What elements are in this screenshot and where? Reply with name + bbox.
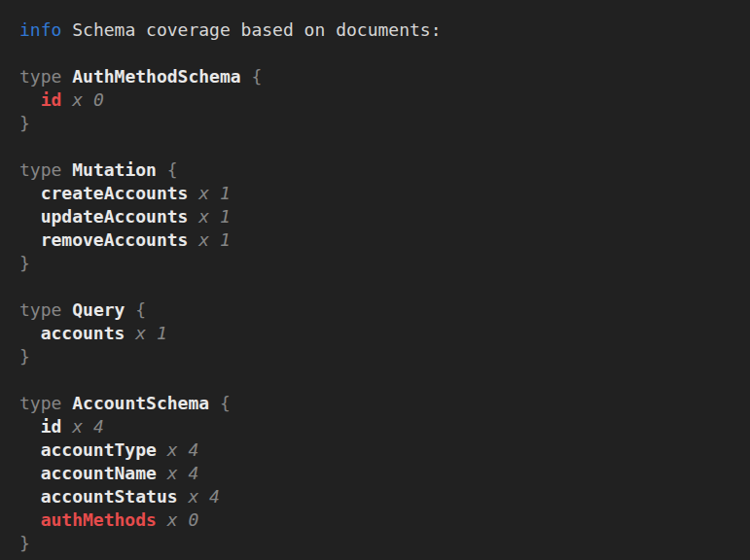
field-line: accountType x 4 — [19, 438, 740, 462]
type-name: AccountSchema — [72, 393, 209, 413]
close-brace: } — [19, 346, 30, 367]
field-count: x 1 — [135, 323, 167, 343]
close-brace: } — [19, 113, 30, 133]
close-brace: } — [19, 533, 30, 553]
type-keyword: type — [19, 299, 61, 320]
type-blocks: type AuthMethodSchema {id x 0}type Mutat… — [19, 65, 740, 555]
field-name: accountStatus — [41, 486, 178, 507]
field-count: x 0 — [72, 89, 104, 110]
close-brace-line: } — [19, 112, 740, 135]
type-block: type AuthMethodSchema {id x 0} — [19, 65, 740, 135]
type-header-line: type AccountSchema { — [19, 392, 740, 415]
field-name: authMethods — [41, 509, 157, 530]
field-count: x 1 — [198, 183, 231, 203]
type-keyword: type — [19, 159, 61, 180]
open-brace: { — [135, 299, 146, 320]
field-count: x 1 — [198, 229, 231, 250]
field-name: accountType — [41, 439, 157, 460]
field-line: authMethods x 0 — [19, 508, 740, 532]
field-name: removeAccounts — [41, 229, 189, 250]
open-brace: { — [167, 159, 178, 180]
field-line: accountStatus x 4 — [19, 485, 740, 508]
field-name: updateAccounts — [41, 206, 189, 227]
close-brace-line: } — [19, 532, 740, 555]
field-line: id x 4 — [19, 415, 740, 438]
field-count: x 0 — [167, 509, 199, 530]
open-brace: { — [220, 393, 231, 413]
type-name: AuthMethodSchema — [72, 66, 240, 87]
field-line: id x 0 — [19, 88, 740, 112]
type-keyword: type — [19, 66, 61, 87]
type-block: type Query {accounts x 1} — [19, 298, 740, 368]
type-keyword: type — [19, 393, 61, 413]
terminal-output: info Schema coverage based on documents:… — [0, 0, 750, 560]
type-block: type Mutation {createAccounts x 1updateA… — [19, 158, 740, 275]
field-line: accountName x 4 — [19, 462, 740, 485]
field-name: createAccounts — [41, 183, 189, 203]
field-count: x 4 — [167, 439, 199, 460]
type-header-line: type Mutation { — [19, 158, 740, 182]
open-brace: { — [251, 66, 262, 87]
coverage-header-message: Schema coverage based on documents: — [72, 19, 441, 40]
close-brace-line: } — [19, 252, 740, 275]
field-line: updateAccounts x 1 — [19, 205, 740, 228]
coverage-header-line: info Schema coverage based on documents: — [19, 18, 740, 42]
close-brace-line: } — [19, 345, 740, 368]
field-name: accounts — [41, 323, 125, 343]
type-name: Mutation — [72, 159, 157, 180]
field-line: accounts x 1 — [19, 322, 740, 345]
type-block: type AccountSchema {id x 4accountType x … — [19, 392, 740, 555]
field-line: removeAccounts x 1 — [19, 228, 740, 252]
close-brace: } — [19, 253, 30, 273]
field-count: x 4 — [188, 486, 220, 507]
field-name: accountName — [41, 463, 157, 483]
type-name: Query — [72, 299, 125, 320]
field-count: x 4 — [72, 416, 104, 437]
type-header-line: type Query { — [19, 298, 740, 322]
field-count: x 4 — [167, 463, 199, 483]
field-name: id — [41, 416, 62, 437]
info-label: info — [19, 19, 61, 40]
field-line: createAccounts x 1 — [19, 182, 740, 205]
field-count: x 1 — [198, 206, 231, 227]
field-name: id — [41, 89, 62, 110]
type-header-line: type AuthMethodSchema { — [19, 65, 740, 88]
